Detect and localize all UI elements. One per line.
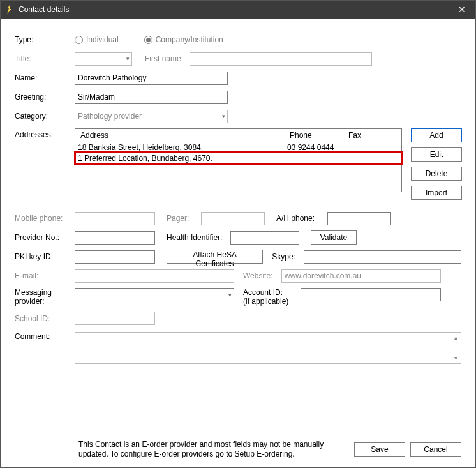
cell-phone: 03 9244 0444 <box>285 143 343 152</box>
ahphone-field[interactable] <box>327 212 391 225</box>
label-healthid: Health Identifier: <box>167 233 230 242</box>
label-category: Category: <box>15 112 75 121</box>
label-messaging-l2: provider: <box>15 297 75 306</box>
radio-individual-label: Individual <box>86 35 119 44</box>
close-icon[interactable]: ✕ <box>452 4 472 15</box>
label-firstname: First name: <box>145 54 190 63</box>
name-field[interactable] <box>75 72 228 85</box>
label-mobile: Mobile phone: <box>15 214 75 223</box>
col-header-phone: Phone <box>285 130 343 141</box>
label-email: E-mail: <box>15 271 75 280</box>
label-name: Name: <box>15 73 75 82</box>
mobile-field <box>75 212 155 225</box>
col-header-fax: Fax <box>343 130 382 141</box>
label-provider: Provider No.: <box>15 233 75 242</box>
pki-field[interactable] <box>75 250 155 264</box>
label-ahphone: A/H phone: <box>276 214 327 223</box>
label-skype: Skype: <box>272 252 304 261</box>
email-field <box>75 269 234 283</box>
titlebar: Contact details ✕ <box>1 1 475 19</box>
label-addresses: Addresses: <box>15 128 75 139</box>
radio-individual[interactable]: Individual <box>75 35 119 44</box>
label-account: Account ID: (if applicable) <box>243 288 301 306</box>
cell-address: 1 Preferred Location, Bundaberg, 4670. <box>75 154 285 163</box>
import-button[interactable]: Import <box>411 186 462 200</box>
cancel-button[interactable]: Cancel <box>410 442 461 457</box>
healthid-field[interactable] <box>230 231 299 245</box>
radio-company-label: Company/Institution <box>156 35 223 44</box>
provider-field[interactable] <box>75 231 155 245</box>
radio-company[interactable]: Company/Institution <box>144 35 223 44</box>
skype-field[interactable] <box>304 250 461 264</box>
col-header-address: Address <box>75 130 285 141</box>
save-button[interactable]: Save <box>354 442 405 457</box>
label-website: Website: <box>243 271 281 280</box>
messaging-select[interactable] <box>75 288 234 301</box>
label-account-l1: Account ID: <box>243 288 301 297</box>
address-row[interactable]: 18 Banksia Street, Heidelberg, 3084. 03 … <box>75 142 401 153</box>
label-messaging-l1: Messaging <box>15 288 75 297</box>
delete-button[interactable]: Delete <box>411 167 462 181</box>
window-title: Contact details <box>19 5 452 14</box>
category-select[interactable] <box>75 110 228 123</box>
school-field <box>75 312 155 325</box>
account-field[interactable] <box>301 288 441 301</box>
address-table[interactable]: Address Phone Fax 18 Banksia Street, Hei… <box>75 128 402 192</box>
scroll-down-icon[interactable]: ▾ <box>450 353 461 363</box>
footer-note: This Contact is an E-order provider and … <box>15 440 348 460</box>
pager-field <box>201 212 265 225</box>
add-button[interactable]: Add <box>411 128 462 142</box>
address-table-header: Address Phone Fax <box>75 129 401 142</box>
label-account-l2: (if applicable) <box>243 297 301 306</box>
app-icon <box>4 4 15 15</box>
cell-address: 18 Banksia Street, Heidelberg, 3084. <box>75 143 285 152</box>
label-pki: PKI key ID: <box>15 252 75 261</box>
title-select <box>75 52 132 66</box>
website-field <box>281 269 441 283</box>
label-greeting: Greeting: <box>15 93 75 102</box>
attach-button[interactable]: Attach HeSA Certificates <box>167 250 264 264</box>
label-school: School ID: <box>15 314 75 323</box>
edit-button[interactable]: Edit <box>411 147 462 162</box>
label-comment: Comment: <box>15 332 75 341</box>
address-row[interactable]: 1 Preferred Location, Bundaberg, 4670. <box>75 153 401 163</box>
label-type: Type: <box>15 35 75 44</box>
greeting-field[interactable] <box>75 91 228 104</box>
label-pager: Pager: <box>167 214 201 223</box>
scroll-up-icon[interactable]: ▴ <box>450 333 461 343</box>
comment-field[interactable]: ▴ ▾ <box>75 332 461 364</box>
label-messaging: Messaging provider: <box>15 288 75 306</box>
firstname-field <box>190 52 372 66</box>
validate-button[interactable]: Validate <box>311 230 357 245</box>
label-title: Title: <box>15 54 75 63</box>
